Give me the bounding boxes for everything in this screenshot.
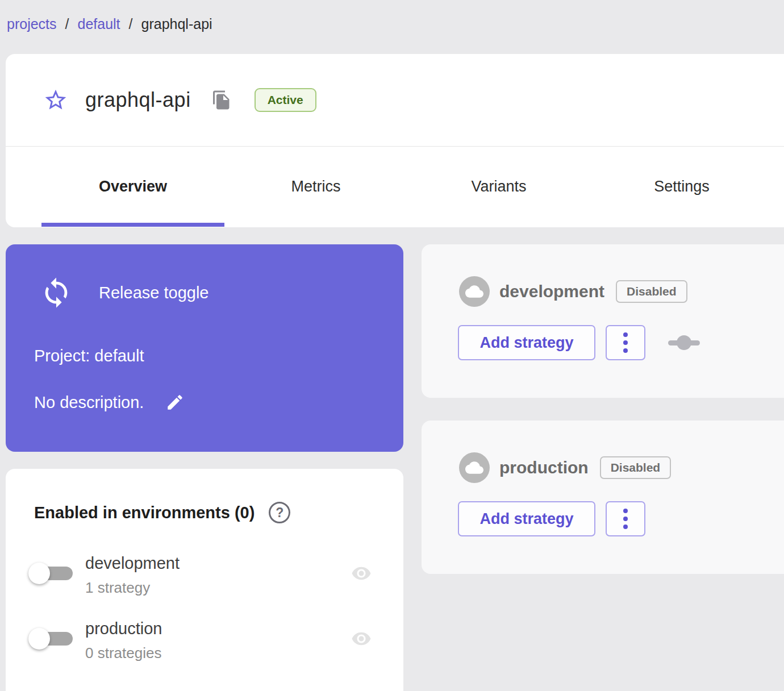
environment-name: development [499, 282, 604, 301]
kebab-dot [623, 332, 628, 337]
kebab-dot [623, 517, 628, 521]
environment-header: production Disabled [422, 421, 784, 483]
breadcrumb-separator: / [65, 16, 69, 32]
production-toggle[interactable] [28, 625, 80, 652]
toggle-thumb [28, 563, 50, 584]
environment-status-badge: Disabled [600, 456, 672, 479]
environment-actions: Add strategy [458, 501, 784, 536]
kebab-dot [623, 525, 628, 529]
tab-overview[interactable]: Overview [41, 147, 224, 227]
breadcrumb: projects / default / graphql-api [7, 16, 212, 32]
favorite-star-icon[interactable] [43, 88, 68, 113]
tab-variants[interactable]: Variants [407, 147, 590, 227]
environment-name: production [85, 619, 162, 638]
feature-title: graphql-api [85, 88, 191, 112]
toggle-thumb [28, 628, 50, 650]
environment-actions: Add strategy [458, 325, 784, 360]
tab-bar: Overview Metrics Variants Settings [6, 147, 784, 227]
breadcrumb-link-projects[interactable]: projects [7, 16, 57, 32]
breadcrumb-current: graphql-api [141, 16, 212, 32]
strategy-count: 1 strategy [85, 579, 150, 597]
toggle-type-row: Release toggle [40, 276, 403, 309]
environment-header: development Disabled [422, 244, 784, 307]
tab-settings[interactable]: Settings [590, 147, 773, 227]
feature-title-row: graphql-api Active [6, 54, 784, 146]
environment-status-badge: Disabled [616, 280, 687, 303]
kebab-dot [623, 348, 628, 353]
description-label: No description. [34, 393, 144, 412]
environment-menu-button[interactable] [606, 325, 645, 360]
breadcrumb-link-default[interactable]: default [78, 16, 120, 32]
visibility-eye-icon[interactable] [348, 563, 375, 584]
enabled-environments-title: Enabled in environments (0) [34, 503, 255, 522]
environment-card-development: development Disabled Add strategy [422, 244, 784, 398]
add-strategy-button[interactable]: Add strategy [458, 501, 595, 536]
active-tab-indicator [41, 223, 224, 227]
enabled-environments-header: Enabled in environments (0) ? [34, 502, 403, 523]
description-row: No description. [34, 393, 403, 412]
enabled-environments-card: Enabled in environments (0) ? developmen… [6, 469, 403, 691]
feature-header-card: graphql-api Active Overview Metrics Vari… [6, 54, 784, 227]
add-strategy-button[interactable]: Add strategy [458, 325, 595, 360]
toggle-type-label: Release toggle [99, 284, 208, 302]
breadcrumb-separator: / [129, 16, 133, 32]
status-badge: Active [255, 88, 316, 112]
environment-name: production [499, 458, 589, 477]
edit-description-icon[interactable] [165, 393, 185, 412]
cloud-icon [459, 452, 490, 483]
development-toggle[interactable] [28, 560, 80, 587]
environment-toggle-row-production: production 0 strategies [6, 619, 403, 665]
kebab-dot [623, 509, 628, 513]
visibility-eye-icon[interactable] [348, 628, 375, 649]
environment-toggle-row-development: development 1 strategy [6, 554, 403, 600]
kebab-dot [623, 340, 628, 345]
copy-name-icon[interactable] [211, 90, 232, 110]
cloud-icon [459, 276, 490, 307]
environment-switch-icon[interactable] [668, 335, 700, 350]
strategy-count: 0 strategies [85, 644, 161, 662]
environment-name: development [85, 554, 180, 573]
release-toggle-sync-icon [40, 276, 73, 309]
tab-metrics[interactable]: Metrics [224, 147, 407, 227]
environment-menu-button[interactable] [606, 501, 645, 536]
project-label: Project: default [34, 347, 403, 365]
feature-overview-card: Release toggle Project: default No descr… [6, 244, 403, 452]
environment-card-production: production Disabled Add strategy [422, 421, 784, 574]
help-icon[interactable]: ? [269, 502, 290, 523]
